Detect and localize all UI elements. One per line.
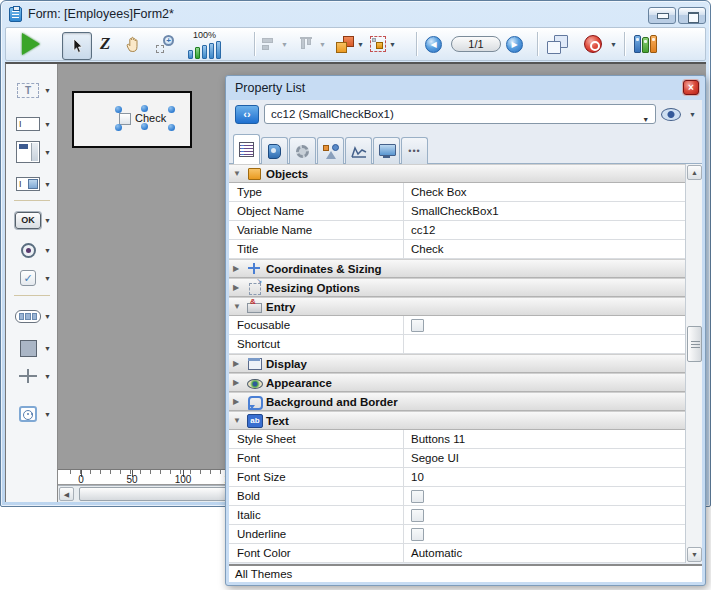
vertical-scrollbar[interactable]: ▲ ▼ <box>685 164 702 563</box>
text-tool[interactable]: T▼ <box>6 78 58 102</box>
chevron-down-icon[interactable]: ▼ <box>610 41 617 48</box>
prop-value[interactable]: Buttons 11 <box>404 430 685 449</box>
minimize-button[interactable] <box>648 7 676 24</box>
tab-more[interactable]: ••• <box>401 137 428 164</box>
section-background-border[interactable]: ▶Background and Border <box>229 392 685 411</box>
collapse-icon[interactable]: ▶ <box>233 264 242 273</box>
run-form-button[interactable] <box>22 28 40 60</box>
scroll-up-button[interactable]: ▲ <box>687 165 702 180</box>
collapse-icon[interactable]: ▼ <box>233 169 242 178</box>
chevron-down-icon[interactable]: ▼ <box>44 275 51 282</box>
chevron-down-icon[interactable]: ▼ <box>44 411 51 418</box>
chevron-down-icon[interactable]: ▼ <box>44 181 51 188</box>
pan-tool-button[interactable] <box>124 28 143 60</box>
section-objects[interactable]: ▼Objects <box>229 164 685 183</box>
chevron-down-icon[interactable]: ▼ <box>357 41 364 48</box>
plugin-tool[interactable]: ▼ <box>6 402 58 426</box>
collapse-icon[interactable]: ▼ <box>233 416 242 425</box>
zoom-level-control[interactable]: 100% <box>188 29 221 61</box>
prop-value[interactable]: Check <box>404 240 685 259</box>
selection-handle[interactable] <box>115 106 122 113</box>
underline-checkbox[interactable] <box>411 528 424 541</box>
scroll-left-button[interactable]: ◀ <box>59 487 74 501</box>
chevron-down-icon[interactable]: ▼ <box>44 121 51 128</box>
align-button[interactable]: ▼ <box>262 28 288 60</box>
zoom-tool-button[interactable]: + <box>156 28 174 60</box>
chevron-down-icon[interactable]: ▼ <box>319 41 326 48</box>
prop-value[interactable]: 10 <box>404 468 685 487</box>
buttonbar-tool[interactable]: ▼ <box>6 304 58 328</box>
layer-order-button[interactable]: ▼ <box>336 28 364 60</box>
collapse-icon[interactable]: ▼ <box>233 302 242 311</box>
checkbox-tool[interactable]: ✓▼ <box>6 266 58 290</box>
splitter-tool[interactable]: ▼ <box>6 364 58 388</box>
bold-checkbox[interactable] <box>411 490 424 503</box>
next-page-button[interactable]: ▶ <box>506 28 523 60</box>
selection-handle[interactable] <box>168 124 175 131</box>
collapse-icon[interactable]: ▶ <box>233 359 242 368</box>
selection-handle[interactable] <box>115 124 122 131</box>
section-display[interactable]: ▶Display <box>229 354 685 373</box>
section-resizing-options[interactable]: ▶Resizing Options <box>229 278 685 297</box>
tab-property-list[interactable] <box>233 134 260 164</box>
selection-handle[interactable] <box>141 123 148 130</box>
chevron-down-icon[interactable]: ▼ <box>44 149 51 156</box>
combobox-tool[interactable]: I▼ <box>6 172 58 196</box>
section-entry[interactable]: ▼Entry <box>229 297 685 316</box>
select-tool-button[interactable] <box>62 30 92 62</box>
prev-page-button[interactable]: ◀ <box>425 28 442 60</box>
radio-tool[interactable]: ▼ <box>6 238 58 262</box>
prop-value[interactable]: cc12 <box>404 221 685 240</box>
listbox-tool[interactable]: ▼ <box>6 140 58 164</box>
eye-icon[interactable] <box>661 108 681 121</box>
tab-events[interactable] <box>345 137 372 164</box>
zoom-bars-icon[interactable] <box>188 41 221 59</box>
section-coordinates-sizing[interactable]: ▶Coordinates & Sizing <box>229 259 685 278</box>
checkbox-widget-box[interactable] <box>119 113 131 125</box>
tab-objects[interactable] <box>317 137 344 164</box>
chevron-down-icon[interactable]: ▼ <box>44 313 51 320</box>
prop-value[interactable]: SmallCheckBox1 <box>404 202 685 221</box>
chevron-down-icon[interactable]: ▼ <box>44 217 51 224</box>
settings-button[interactable]: ▼ <box>584 28 617 60</box>
collapse-icon[interactable]: ▶ <box>233 283 242 292</box>
object-selector[interactable]: cc12 (SmallCheckBox1) ▼ <box>264 104 656 124</box>
rectangle-tool[interactable]: ▼ <box>6 336 58 360</box>
section-appearance[interactable]: ▶Appearance <box>229 373 685 392</box>
prop-value[interactable]: Check Box <box>404 183 685 202</box>
title-bar[interactable]: Form: [Employees]Form2* <box>1 1 710 27</box>
collapse-icon[interactable]: ▶ <box>233 378 242 387</box>
prop-value[interactable]: Segoe UI <box>404 449 685 468</box>
scroll-down-button[interactable]: ▼ <box>687 547 702 562</box>
chevron-down-icon[interactable]: ▼ <box>281 41 288 48</box>
library-button[interactable] <box>634 28 657 60</box>
prev-next-object-button[interactable]: ‹› <box>235 105 259 124</box>
tab-settings[interactable] <box>289 137 316 164</box>
form-page[interactable]: Check <box>72 91 192 148</box>
prop-value[interactable]: Automatic <box>404 544 685 563</box>
maximize-button[interactable] <box>678 7 706 24</box>
scrollbar-thumb[interactable] <box>687 326 702 362</box>
selection-handle[interactable] <box>141 105 148 112</box>
chevron-down-icon[interactable]: ▼ <box>44 345 51 352</box>
group-button[interactable]: ▼ <box>370 28 396 60</box>
selection-handle[interactable] <box>168 106 175 113</box>
distribute-button[interactable]: ▼ <box>300 28 326 60</box>
close-button[interactable]: × <box>683 80 699 95</box>
button-tool[interactable]: OK▼ <box>6 208 58 232</box>
chevron-down-icon[interactable]: ▼ <box>689 111 696 118</box>
italic-checkbox[interactable] <box>411 509 424 522</box>
section-text[interactable]: ▼Text <box>229 411 685 430</box>
chevron-down-icon[interactable]: ▼ <box>389 41 396 48</box>
tab-display[interactable] <box>373 137 400 164</box>
page-indicator-field[interactable]: 1/1 <box>446 28 506 60</box>
collapse-icon[interactable]: ▶ <box>233 397 242 406</box>
checkbox-widget-label[interactable]: Check <box>135 112 166 124</box>
input-tool[interactable]: I▼ <box>6 112 58 136</box>
form-pages-button[interactable] <box>547 28 568 60</box>
focusable-checkbox[interactable] <box>411 319 424 332</box>
chevron-down-icon[interactable]: ▼ <box>44 87 51 94</box>
tab-stylesheets[interactable] <box>261 137 288 164</box>
prop-value[interactable] <box>404 335 685 354</box>
chevron-down-icon[interactable]: ▼ <box>44 373 51 380</box>
